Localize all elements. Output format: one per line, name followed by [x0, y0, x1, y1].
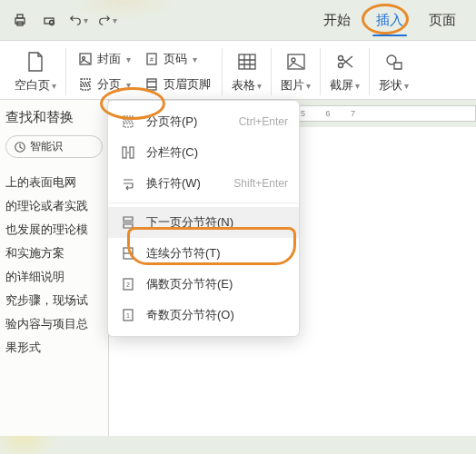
tab-insert[interactable]: 插入 [363, 0, 416, 40]
page-break-icon [77, 76, 94, 93]
svg-point-14 [338, 64, 342, 68]
menu-label: 分栏符(C) [146, 144, 288, 161]
navigation-pane: 查找和替换 智能识 上的表面电网 的理论或者实践 也发展的理论模 和实施方案 的… [0, 100, 109, 436]
next-section-icon [119, 214, 137, 231]
column-break-icon [119, 144, 137, 161]
picture-label: 图片 [281, 77, 304, 94]
page-number-label: 页码 [164, 51, 187, 67]
menu-label: 偶数页分节符(E) [146, 276, 288, 292]
menu-label: 连续分节符(T) [146, 245, 288, 262]
header-footer-icon [144, 76, 160, 93]
outline-list: 上的表面电网 的理论或者实践 也发展的理论模 和实施方案 的详细说明 究步骤，现… [5, 171, 103, 360]
menu-shortcut: Ctrl+Enter [239, 115, 288, 128]
page-number-button[interactable]: #页码▾ [138, 48, 203, 70]
print-preview-icon[interactable] [36, 7, 62, 33]
screenshot-button[interactable]: 截屏▾ [326, 48, 363, 95]
chevron-down-icon: ▾ [193, 54, 197, 64]
svg-point-6 [83, 57, 85, 60]
cover-label: 封面 [97, 51, 121, 67]
shapes-icon [382, 50, 406, 74]
svg-text:#: # [150, 56, 154, 63]
chevron-down-icon: ▾ [52, 81, 56, 91]
shapes-button[interactable]: 形状▾ [375, 48, 412, 95]
smart-recognize-label: 智能识 [30, 139, 63, 154]
svg-text:2: 2 [126, 281, 130, 288]
menu-label: 下一页分节符(N) [146, 214, 288, 231]
menu-label: 奇数页分节符(O) [146, 307, 288, 323]
screenshot-label: 截屏 [330, 77, 353, 94]
blank-page-button[interactable]: 空白页▾ [11, 48, 60, 95]
header-footer-button[interactable]: 页眉页脚 [138, 74, 216, 95]
work-area: 查找和替换 智能识 上的表面电网 的理论或者实践 也发展的理论模 和实施方案 的… [0, 100, 476, 436]
outline-item[interactable]: 果形式 [5, 336, 103, 360]
page-number-icon: # [144, 51, 160, 67]
table-icon [235, 50, 259, 74]
odd-section-icon: 1 [119, 307, 137, 323]
outline-item[interactable]: 上的表面电网 [5, 171, 103, 194]
continuous-section-icon [119, 245, 137, 262]
chevron-down-icon: ▾ [126, 54, 131, 64]
menu-odd-page-section[interactable]: 1 奇数页分节符(O) [108, 300, 299, 331]
page-break-icon [119, 114, 137, 130]
find-replace-title: 查找和替换 [5, 109, 103, 126]
page-break-label: 分页 [97, 76, 121, 93]
svg-point-13 [338, 56, 342, 61]
menu-page-break[interactable]: 分页符(P) Ctrl+Enter [108, 106, 299, 137]
shapes-label: 形状 [379, 77, 402, 94]
header-footer-label: 页眉页脚 [164, 76, 211, 93]
redo-button[interactable]: ▾ [94, 7, 120, 33]
outline-item[interactable]: 的理论或者实践 [5, 194, 103, 218]
chevron-down-icon: ▾ [404, 81, 409, 91]
outline-item[interactable]: 也发展的理论模 [5, 218, 103, 242]
chevron-down-icon: ▾ [126, 80, 131, 90]
menu-label: 换行符(W) [146, 175, 224, 192]
outline-item[interactable]: 的详细说明 [5, 265, 103, 289]
svg-point-12 [292, 58, 295, 62]
titlebar: ▾ ▾ 开始 插入 页面 [0, 0, 476, 40]
smart-recognize-button[interactable]: 智能识 [5, 135, 103, 158]
menu-continuous-section[interactable]: 连续分节符(T) [108, 238, 299, 269]
scissors-icon [333, 50, 357, 74]
svg-rect-18 [130, 147, 134, 158]
cover-icon [77, 51, 94, 67]
cover-button[interactable]: 封面▾ [72, 48, 136, 70]
svg-rect-17 [123, 147, 126, 158]
chevron-down-icon: ▾ [257, 81, 262, 91]
chevron-down-icon: ▾ [306, 81, 311, 91]
chevron-down-icon: ▾ [113, 15, 117, 25]
menu-even-page-section[interactable]: 2 偶数页分节符(E) [108, 269, 299, 300]
picture-button[interactable]: 图片▾ [277, 48, 314, 95]
even-section-icon: 2 [119, 276, 137, 292]
menu-label: 分页符(P) [146, 114, 230, 130]
outline-item[interactable]: 验内容与项目总 [5, 312, 103, 336]
chevron-down-icon: ▾ [355, 81, 360, 91]
chevron-down-icon: ▾ [84, 15, 88, 25]
blank-page-label: 空白页 [15, 77, 50, 94]
svg-rect-1 [17, 15, 23, 18]
tab-page[interactable]: 页面 [416, 0, 469, 40]
ribbon: 空白页▾ 封面▾ #页码▾ 分页▾ 页眉页脚 表格▾ 图片▾ 截屏▾ 形状▾ [0, 40, 476, 100]
menu-column-break[interactable]: 分栏符(C) [108, 137, 299, 168]
undo-button[interactable]: ▾ [65, 7, 91, 33]
menu-wrap-break[interactable]: 换行符(W) Shift+Enter [108, 168, 299, 199]
wrap-break-icon [119, 175, 137, 192]
table-label: 表格 [232, 77, 255, 94]
menu-separator [108, 202, 299, 203]
page-break-button[interactable]: 分页▾ [72, 74, 136, 95]
tab-start[interactable]: 开始 [311, 0, 363, 40]
outline-item[interactable]: 究步骤，现场试 [5, 289, 103, 312]
svg-rect-10 [239, 54, 255, 69]
menu-next-page-section[interactable]: 下一页分节符(N) [108, 207, 299, 238]
table-button[interactable]: 表格▾ [228, 48, 265, 95]
svg-text:1: 1 [126, 312, 130, 319]
menu-shortcut: Shift+Enter [233, 177, 288, 190]
page-break-dropdown: 分页符(P) Ctrl+Enter 分栏符(C) 换行符(W) Shift+En… [107, 100, 300, 337]
picture-icon [284, 50, 308, 74]
blank-page-icon [24, 50, 47, 74]
print-icon[interactable] [7, 7, 33, 33]
outline-item[interactable]: 和实施方案 [5, 242, 103, 265]
svg-rect-9 [147, 79, 156, 90]
